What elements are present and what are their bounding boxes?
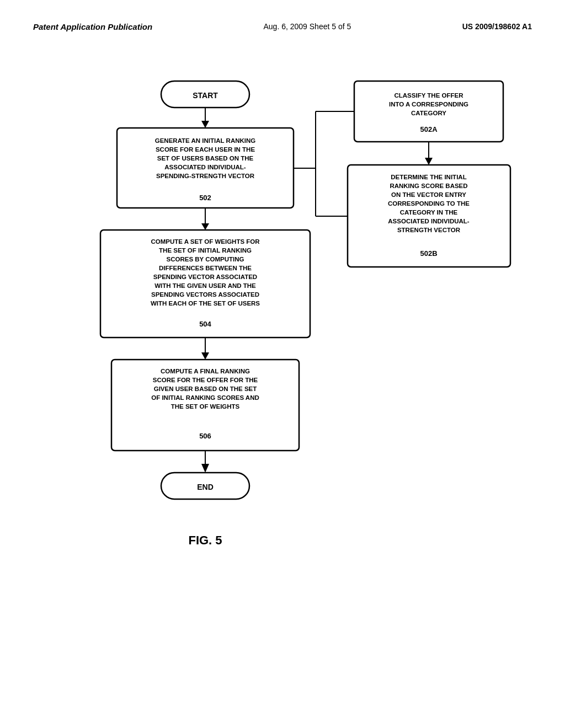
svg-text:504: 504 <box>199 320 211 328</box>
header-publication-label: Patent Application Publication <box>33 22 152 31</box>
svg-text:506: 506 <box>199 432 211 440</box>
svg-text:SET OF USERS BASED ON THE: SET OF USERS BASED ON THE <box>157 155 254 162</box>
svg-text:FIG. 5: FIG. 5 <box>188 533 222 547</box>
header: Patent Application Publication Aug. 6, 2… <box>33 22 532 31</box>
svg-text:SCORE FOR EACH USER IN THE: SCORE FOR EACH USER IN THE <box>156 146 255 153</box>
svg-text:ASSOCIATED INDIVIDUAL-: ASSOCIATED INDIVIDUAL- <box>164 164 246 170</box>
svg-text:RANKING SCORE BASED: RANKING SCORE BASED <box>390 183 467 189</box>
svg-text:WITH EACH OF THE SET OF USERS: WITH EACH OF THE SET OF USERS <box>151 300 260 307</box>
svg-marker-3 <box>201 121 209 128</box>
svg-text:START: START <box>193 91 218 100</box>
svg-text:COMPUTE A FINAL RANKING: COMPUTE A FINAL RANKING <box>161 368 250 374</box>
svg-text:GIVEN USER BASED ON THE SET: GIVEN USER BASED ON THE SET <box>154 386 257 392</box>
svg-text:502B: 502B <box>420 249 437 258</box>
svg-text:END: END <box>197 483 214 491</box>
diagram-container: START GENERATE AN INITIAL RANKING SCORE … <box>45 65 520 660</box>
svg-text:STRENGTH VECTOR: STRENGTH VECTOR <box>397 227 461 233</box>
svg-text:SCORES BY COMPUTING: SCORES BY COMPUTING <box>167 256 244 263</box>
svg-text:INTO A CORRESPONDING: INTO A CORRESPONDING <box>389 101 468 108</box>
svg-text:DETERMINE THE INITIAL: DETERMINE THE INITIAL <box>391 174 466 180</box>
svg-text:GENERATE AN INITIAL RANKING: GENERATE AN INITIAL RANKING <box>155 137 256 144</box>
svg-text:SCORE FOR THE OFFER FOR THE: SCORE FOR THE OFFER FOR THE <box>153 377 258 383</box>
svg-text:SPENDING VECTOR ASSOCIATED: SPENDING VECTOR ASSOCIATED <box>153 274 257 280</box>
svg-text:CATEGORY: CATEGORY <box>411 110 446 116</box>
svg-text:CLASSIFY THE OFFER: CLASSIFY THE OFFER <box>394 92 463 99</box>
svg-text:502A: 502A <box>420 125 438 133</box>
svg-text:ON THE VECTOR ENTRY: ON THE VECTOR ENTRY <box>391 191 466 198</box>
svg-text:DIFFERENCES BETWEEN THE: DIFFERENCES BETWEEN THE <box>159 265 252 271</box>
svg-marker-12 <box>201 223 209 230</box>
header-date-sheet: Aug. 6, 2009 Sheet 5 of 5 <box>263 22 351 31</box>
svg-text:WITH THE GIVEN USER AND THE: WITH THE GIVEN USER AND THE <box>154 282 256 289</box>
diagram-svg: START GENERATE AN INITIAL RANKING SCORE … <box>45 65 520 660</box>
svg-text:ASSOCIATED INDIVIDUAL-: ASSOCIATED INDIVIDUAL- <box>388 218 470 224</box>
svg-text:CORRESPONDING TO THE: CORRESPONDING TO THE <box>388 200 470 207</box>
svg-text:SPENDING-STRENGTH VECTOR: SPENDING-STRENGTH VECTOR <box>156 173 255 179</box>
svg-text:COMPUTE A SET OF WEIGHTS FOR: COMPUTE A SET OF WEIGHTS FOR <box>151 238 260 245</box>
svg-text:THE SET OF INITIAL RANKING: THE SET OF INITIAL RANKING <box>159 247 252 254</box>
svg-text:OF INITIAL RANKING SCORES AND: OF INITIAL RANKING SCORES AND <box>151 394 259 401</box>
svg-text:CATEGORY IN THE: CATEGORY IN THE <box>400 209 458 216</box>
svg-text:502: 502 <box>199 194 211 202</box>
svg-marker-33 <box>201 464 209 473</box>
svg-marker-24 <box>201 352 209 360</box>
svg-text:SPENDING VECTORS ASSOCIATED: SPENDING VECTORS ASSOCIATED <box>151 291 259 298</box>
page: Patent Application Publication Aug. 6, 2… <box>0 0 565 728</box>
svg-text:THE SET OF WEIGHTS: THE SET OF WEIGHTS <box>171 403 240 410</box>
svg-marker-42 <box>425 158 433 165</box>
header-patent-number: US 2009/198602 A1 <box>462 22 532 31</box>
